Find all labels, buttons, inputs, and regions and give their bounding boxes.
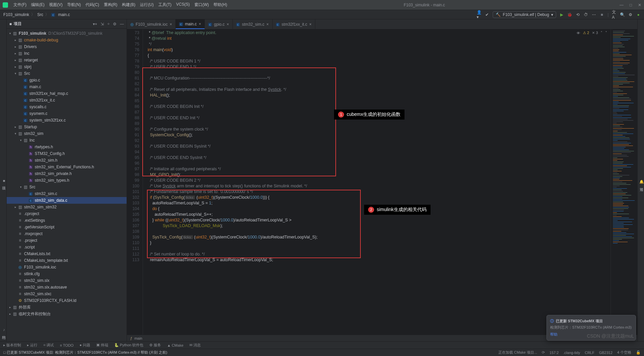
tab-close-icon[interactable]: × xyxy=(227,22,229,27)
code-area[interactable]: * @brief The application entry point. * … xyxy=(143,29,611,335)
editor-tab[interactable]: stm32f1xx_it.c× xyxy=(273,19,315,29)
tree-item[interactable]: ▸cmake-build-debug xyxy=(7,37,127,43)
attach-icon[interactable]: ⋯ xyxy=(592,12,596,17)
encoding[interactable]: GB2312 xyxy=(599,351,612,355)
hide-icon[interactable]: — xyxy=(120,22,124,26)
tree-item[interactable]: .extSettings xyxy=(7,217,127,224)
tree-item[interactable]: ▾Src xyxy=(7,184,127,190)
tree-item[interactable]: stm32_sim_types.h xyxy=(7,177,127,184)
toolwindow-button[interactable]: ● 问题 xyxy=(79,343,90,348)
coverage-icon[interactable]: ⟲ xyxy=(576,12,580,17)
tree-item[interactable]: .cproject xyxy=(7,210,127,217)
editor-tab[interactable]: gpio.c× xyxy=(205,19,233,29)
tree-item[interactable]: stm32_sim.slx xyxy=(7,277,127,284)
clang-tidy[interactable]: .clang-tidy xyxy=(564,351,580,355)
tree-item[interactable]: ▸Startup xyxy=(7,124,127,130)
maximize-icon[interactable]: □ xyxy=(630,3,632,7)
breadcrumb-item[interactable]: main.c xyxy=(58,12,70,17)
toolwindow-button[interactable]: ▸ 运行 xyxy=(27,343,37,348)
inspection-widget[interactable]: 👁 ⚠ 2 ⨯ 3 ˄ ˅ xyxy=(577,31,607,35)
structure-toolwindow-button[interactable]: ♪ 结构 xyxy=(1,328,6,333)
toolwindow-button[interactable]: 🐍 Python 软件包 xyxy=(114,343,143,348)
tree-item[interactable]: .project xyxy=(7,237,127,244)
avatar-icon[interactable]: ● xyxy=(636,12,641,17)
toolwindow-button[interactable]: ⚙ 服务 xyxy=(149,343,161,348)
menu-item[interactable]: 重构(R) xyxy=(102,1,120,9)
run-config-selector[interactable]: 🔨 F103_simulink.elf | Debug ▾ xyxy=(493,11,556,18)
tree-item[interactable]: stm32_sim_data.c xyxy=(7,197,127,204)
menu-item[interactable]: 编辑(E) xyxy=(29,1,46,9)
debug-icon[interactable]: 🐞 xyxy=(568,12,572,17)
tree-item[interactable]: syscalls.c xyxy=(7,104,127,110)
tree-item[interactable]: stm32f1xx_it.c xyxy=(7,97,127,104)
editor-tab[interactable]: stm32_sim.c× xyxy=(233,19,273,29)
profile-icon[interactable]: ⏱ xyxy=(584,12,588,17)
close-icon[interactable]: ✕ xyxy=(638,3,641,7)
menu-item[interactable]: 窗口(W) xyxy=(192,1,211,9)
minimize-icon[interactable]: — xyxy=(620,3,624,7)
project-viewmode-icon[interactable]: ■ xyxy=(9,22,12,26)
tree-item[interactable]: gpio.c xyxy=(7,77,127,83)
indent[interactable]: 4 个空格 xyxy=(617,350,631,355)
tab-close-icon[interactable]: × xyxy=(267,22,269,27)
breadcrumb-item[interactable]: Src xyxy=(37,12,43,17)
expand-icon[interactable]: ⇲ xyxy=(101,22,104,26)
tree-item[interactable]: rtwtypes.h xyxy=(7,144,127,150)
tab-close-icon[interactable]: × xyxy=(170,22,172,27)
gear-icon[interactable]: ⚙ xyxy=(113,22,117,26)
readonly-icon[interactable]: 🔓 xyxy=(636,350,641,355)
tree-item[interactable]: ▸外部库 xyxy=(7,304,127,311)
menu-item[interactable]: 运行(U) xyxy=(138,1,156,9)
translate-icon[interactable]: 文A xyxy=(612,12,617,17)
caret-position[interactable]: 157:2 xyxy=(549,351,559,355)
menu-item[interactable]: 代码(C) xyxy=(84,1,101,9)
breadcrumb-item[interactable]: F103_simulink xyxy=(3,12,29,17)
toolwindow-button[interactable]: ▲ CMake xyxy=(167,343,183,347)
notifications-toolwindow-button[interactable]: 🔔 通知 xyxy=(639,179,644,185)
toolwindow-button[interactable]: ▸ 版本控制 xyxy=(3,343,21,348)
menu-item[interactable]: VCS(S) xyxy=(174,1,192,9)
menu-item[interactable]: 视图(V) xyxy=(47,1,64,9)
menu-item[interactable]: 帮助(H) xyxy=(211,1,229,9)
tree-item[interactable]: ▾Inc xyxy=(7,137,127,144)
tree-item[interactable]: .getVersionScript xyxy=(7,224,127,230)
tree-item[interactable]: ▾Src xyxy=(7,70,127,77)
tree-item[interactable]: stm32_sim.slxc xyxy=(7,291,127,297)
toolwindow-button[interactable]: ✉ 消息 xyxy=(189,343,201,348)
toolwindow-button[interactable]: ▣ 终端 xyxy=(96,343,108,348)
tree-item[interactable]: stm32_sim.slx.autosave xyxy=(7,284,127,291)
user-icon[interactable]: 👤▾ xyxy=(477,12,481,17)
tree-item[interactable]: STM32F103RCTX_FLASH.ld xyxy=(7,297,127,304)
tree-item[interactable]: CMakeLists_template.txt xyxy=(7,257,127,264)
tab-close-icon[interactable]: × xyxy=(199,22,201,26)
editor-tab[interactable]: F103_simulink.ioc× xyxy=(127,19,176,29)
project-toolwindow-button[interactable]: ■ 项目 xyxy=(1,179,6,184)
menu-item[interactable]: 工具(T) xyxy=(156,1,173,9)
menu-item[interactable]: 导航(N) xyxy=(65,1,83,9)
tree-item[interactable]: main.c xyxy=(7,83,127,90)
tree-item[interactable]: ▸retarget xyxy=(7,57,127,63)
search-icon[interactable]: 🔍 xyxy=(620,12,625,17)
run-icon[interactable]: ▶ xyxy=(559,12,564,17)
locate-icon[interactable]: ⌖ xyxy=(95,22,97,26)
tree-item[interactable]: .script xyxy=(7,244,127,250)
tree-item[interactable]: F103_simulink.ioc xyxy=(7,264,127,271)
tree-item[interactable]: ▸Drivers xyxy=(7,43,127,50)
project-tree[interactable]: ▾ F103_simulink D:\ClionSTM32\F103_simul… xyxy=(7,29,127,341)
tree-item[interactable]: stm32f1xx_hal_msp.c xyxy=(7,90,127,97)
tree-item[interactable]: stm32_sim_External_Functions.h xyxy=(7,164,127,170)
tree-item[interactable]: ▸临时文件和控制台 xyxy=(7,311,127,317)
chevron-down-icon[interactable]: ˅ xyxy=(605,31,607,35)
notification-help-link[interactable]: 帮助 xyxy=(550,332,632,337)
line-sep[interactable]: CRLF xyxy=(585,351,595,355)
tree-item[interactable]: CMakeLists.txt xyxy=(7,250,127,257)
toolwindow-button[interactable]: ⌗ 调试 xyxy=(43,343,54,348)
menu-item[interactable]: 构建(B) xyxy=(120,1,137,9)
tree-item[interactable]: ▸slprj xyxy=(7,63,127,70)
editor-tab[interactable]: main.c× xyxy=(176,19,205,29)
tree-item[interactable]: ▾stm32_sim xyxy=(7,130,127,137)
tree-item[interactable]: stm32_sim.h xyxy=(7,157,127,164)
collapse-icon[interactable]: ÷ xyxy=(107,22,110,26)
menu-item[interactable]: 文件(F) xyxy=(11,1,28,9)
tree-item[interactable]: sysmem.c xyxy=(7,110,127,117)
